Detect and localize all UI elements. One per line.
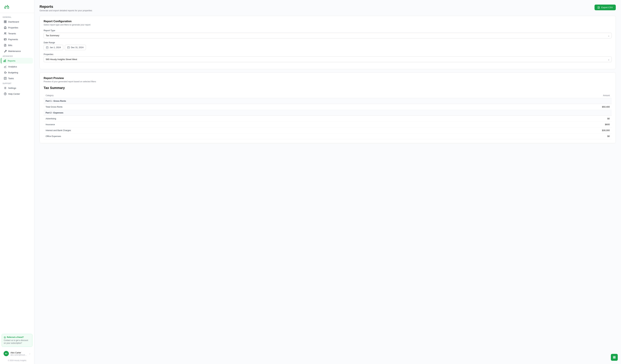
sidebar-item-label: Dashboard bbox=[8, 21, 19, 23]
svg-rect-3 bbox=[4, 21, 5, 22]
row-category: Insurance bbox=[44, 122, 450, 127]
user-profile[interactable]: AC Alex Carter alex.carter@houslyinsight… bbox=[1, 349, 33, 358]
report-preview-subtitle: Preview of your generated report based o… bbox=[44, 80, 612, 83]
sidebar-item-label: Analytics bbox=[8, 65, 17, 68]
bar-chart-icon bbox=[3, 59, 6, 62]
svg-point-19 bbox=[4, 72, 6, 73]
report-table: Category Amount Part 1 - Gross RentsTota… bbox=[44, 93, 612, 139]
user-name: Alex Carter bbox=[10, 351, 27, 354]
date-start-value: Jan 1, 2024 bbox=[50, 46, 61, 49]
sidebar-item-analytics[interactable]: Analytics bbox=[1, 64, 33, 69]
sidebar-item-budgeting[interactable]: Budgeting bbox=[1, 70, 33, 75]
row-category: Total Gross Rents bbox=[44, 104, 450, 110]
svg-rect-6 bbox=[5, 22, 6, 23]
sidebar-item-help-center[interactable]: Help Center bbox=[1, 91, 33, 97]
svg-rect-15 bbox=[4, 61, 4, 62]
referral-title: Referred a friend? bbox=[4, 336, 30, 338]
svg-rect-42 bbox=[614, 357, 615, 358]
report-type-select-wrapper: Tax Summary ⌄ bbox=[44, 33, 612, 38]
section-label-support: Support bbox=[0, 81, 34, 85]
date-end-input[interactable]: Dec 31, 2024 bbox=[65, 45, 86, 50]
svg-point-25 bbox=[5, 88, 6, 88]
row-amount: $50,400 bbox=[450, 104, 612, 110]
date-end-value: Dec 31, 2024 bbox=[71, 46, 84, 49]
sidebar-item-maintenance[interactable]: Maintenance bbox=[1, 48, 33, 54]
sidebar-item-label: Help Center bbox=[8, 93, 20, 95]
sidebar-item-label: Budgeting bbox=[8, 71, 18, 74]
sidebar-item-reports[interactable]: Reports bbox=[1, 58, 33, 63]
user-email: alex.carter@houslyinsights.ca bbox=[10, 354, 27, 356]
table-row: Office Expenses$0 bbox=[44, 133, 612, 139]
table-section-row: Part 1 - Gross Rents bbox=[44, 98, 612, 104]
page-header: Reports Generate and export detailed rep… bbox=[39, 5, 616, 12]
svg-rect-4 bbox=[5, 21, 6, 22]
referral-text: Contact us to get a discount on your sub… bbox=[4, 339, 30, 345]
line-chart-icon bbox=[4, 65, 7, 68]
calendar-icon bbox=[46, 46, 48, 49]
date-range-inputs: Jan 1, 2024 Dec 31, 2024 bbox=[44, 45, 612, 50]
sidebar-item-settings[interactable]: Settings bbox=[1, 85, 33, 91]
bottom-right-action-button[interactable] bbox=[611, 354, 618, 361]
sidebar-item-tenants[interactable]: Tenants bbox=[1, 31, 33, 36]
svg-marker-28 bbox=[4, 336, 6, 338]
table-row: Insurance$600 bbox=[44, 122, 612, 127]
sidebar-item-label: Bills bbox=[8, 44, 12, 47]
svg-rect-5 bbox=[4, 22, 5, 23]
properties-select-wrapper: 565 Hously Insights Street West ⌄ bbox=[44, 56, 612, 62]
piggy-bank-icon bbox=[4, 71, 7, 74]
table-section-row: Part 2 - Expenses bbox=[44, 110, 612, 116]
file-icon bbox=[4, 44, 7, 47]
svg-rect-16 bbox=[4, 60, 5, 62]
svg-rect-35 bbox=[68, 47, 69, 48]
sidebar-item-bills[interactable]: Bills bbox=[1, 42, 33, 48]
sidebar-item-label: Tasks bbox=[8, 77, 14, 80]
sidebar-item-properties[interactable]: Properties bbox=[1, 25, 33, 30]
svg-point-20 bbox=[5, 73, 5, 73]
svg-rect-31 bbox=[46, 47, 48, 48]
svg-rect-40 bbox=[614, 356, 615, 357]
report-config-title: Report Configuration bbox=[44, 20, 612, 23]
user-info: Alex Carter alex.carter@houslyinsights.c… bbox=[10, 351, 27, 356]
report-type-select[interactable]: Tax Summary bbox=[44, 33, 612, 38]
properties-select[interactable]: 565 Hously Insights Street West bbox=[44, 56, 612, 62]
row-amount: $0 bbox=[450, 116, 612, 122]
building-icon bbox=[4, 26, 7, 29]
export-csv-label: Export CSV bbox=[601, 6, 613, 9]
chevron-down-icon: ⌄ bbox=[29, 352, 31, 355]
tasks-icon bbox=[4, 77, 7, 80]
avatar: AC bbox=[4, 351, 9, 356]
date-start-input[interactable]: Jan 1, 2024 bbox=[44, 45, 63, 50]
report-config-subtitle: Select report type and filters to genera… bbox=[44, 24, 612, 26]
report-preview-title: Report Preview bbox=[44, 77, 612, 80]
date-range-group: Date Range Jan 1, 2024 bbox=[44, 41, 612, 50]
sidebar-item-payments[interactable]: Payments bbox=[1, 37, 33, 42]
table-row: Interest and Bank Charges$30,000 bbox=[44, 127, 612, 133]
circle-question-icon bbox=[4, 93, 7, 95]
calendar-icon bbox=[67, 46, 70, 49]
col-amount: Amount bbox=[450, 93, 612, 98]
sidebar-item-dashboard[interactable]: Dashboard bbox=[1, 19, 33, 24]
properties-group: Properties 565 Hously Insights Street We… bbox=[44, 53, 612, 62]
report-type-group: Report Type Tax Summary ⌄ bbox=[44, 29, 612, 38]
export-csv-button[interactable]: Export CSV bbox=[595, 5, 616, 10]
copyright: © 2024 Hously Insights bbox=[0, 358, 34, 361]
sidebar-item-label: Tenants bbox=[8, 32, 16, 35]
sidebar-item-tasks[interactable]: Tasks bbox=[1, 76, 33, 81]
table-header-row: Category Amount bbox=[44, 93, 612, 98]
row-amount: $600 bbox=[450, 122, 612, 127]
row-amount: $0 bbox=[450, 133, 612, 139]
wrench-icon bbox=[4, 50, 7, 52]
report-table-body: Part 1 - Gross RentsTotal Gross Rents$50… bbox=[44, 98, 612, 139]
main-content: Reports Generate and export detailed rep… bbox=[34, 0, 621, 364]
report-preview-card: Report Preview Preview of your generated… bbox=[39, 72, 616, 143]
svg-point-9 bbox=[6, 33, 6, 33]
row-category: Office Expenses bbox=[44, 133, 450, 139]
row-category: Interest and Bank Charges bbox=[44, 127, 450, 133]
report-config-card: Report Configuration Select report type … bbox=[39, 16, 616, 69]
section-label-advanced: Advanced bbox=[0, 54, 34, 58]
users-icon bbox=[4, 32, 7, 35]
logo bbox=[0, 0, 34, 13]
svg-point-27 bbox=[5, 95, 5, 95]
sidebar-item-label: Maintenance bbox=[8, 50, 21, 52]
tax-summary-title: Tax Summary bbox=[44, 86, 612, 90]
